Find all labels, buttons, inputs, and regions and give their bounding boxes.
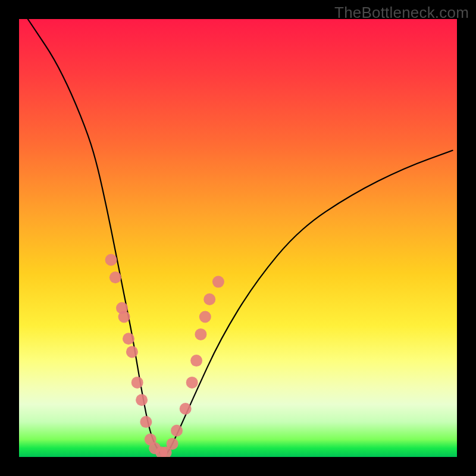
data-marker: [109, 271, 121, 283]
bottleneck-curve: [28, 19, 453, 456]
plot-area: [19, 19, 457, 457]
data-marker: [199, 311, 211, 323]
chart-svg: [19, 19, 457, 457]
data-marker: [180, 403, 192, 415]
data-marker: [123, 333, 134, 345]
data-marker: [136, 394, 148, 406]
data-marker: [195, 328, 206, 340]
data-marker: [167, 438, 178, 450]
data-marker: [186, 377, 198, 389]
data-marker: [212, 276, 224, 288]
data-marker: [203, 293, 215, 305]
data-marker: [126, 346, 138, 358]
markers-group: [105, 254, 224, 457]
data-marker: [118, 311, 130, 323]
data-marker: [171, 425, 183, 437]
data-marker: [105, 254, 117, 266]
chart-stage: TheBottleneck.com: [0, 0, 476, 476]
watermark-text: TheBottleneck.com: [334, 4, 469, 22]
data-marker: [190, 355, 202, 367]
data-marker: [140, 416, 152, 428]
data-marker: [131, 377, 143, 389]
